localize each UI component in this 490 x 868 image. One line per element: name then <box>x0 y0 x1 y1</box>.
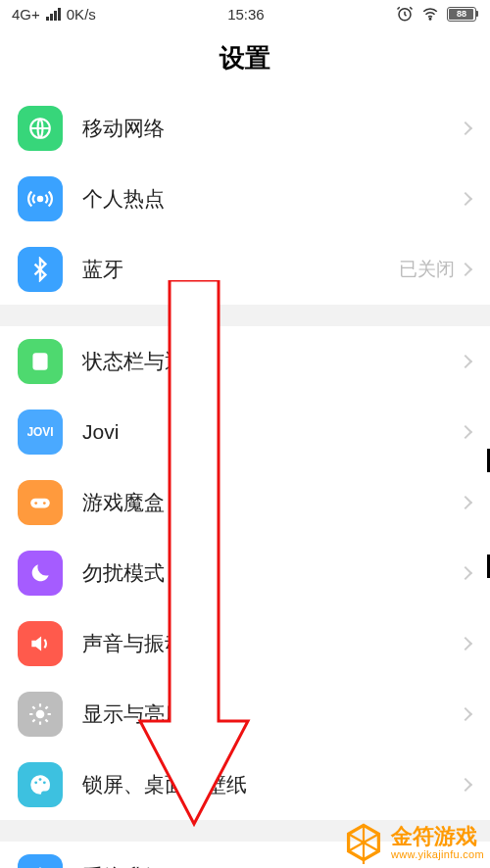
row-label: 个人热点 <box>82 185 461 213</box>
row-jovi[interactable]: JOVI Jovi <box>0 397 490 467</box>
chevron-right-icon <box>459 121 472 135</box>
chevron-right-icon <box>459 355 472 368</box>
brightness-icon <box>18 692 63 737</box>
jovi-icon: JOVI <box>18 410 63 455</box>
svg-point-9 <box>36 710 45 719</box>
row-do-not-disturb[interactable]: 勿扰模式 <box>0 538 490 608</box>
row-value: 已关闭 <box>399 257 455 282</box>
svg-point-7 <box>34 502 37 505</box>
chevron-right-icon <box>459 566 472 580</box>
row-game-box[interactable]: 游戏魔盒 <box>0 467 490 538</box>
row-display[interactable]: 显示与亮度 <box>0 679 490 749</box>
status-right: 88 <box>396 5 478 23</box>
gamepad-icon <box>18 480 63 525</box>
data-speed: 0K/s <box>67 6 96 23</box>
upgrade-icon <box>18 854 63 868</box>
chevron-right-icon <box>459 707 472 721</box>
row-statusbar-notifications[interactable]: 状态栏与通知 <box>0 326 490 397</box>
chevron-right-icon <box>459 192 472 206</box>
row-mobile-network[interactable]: 移动网络 <box>0 93 490 164</box>
status-time: 15:36 <box>227 6 265 23</box>
row-label: Jovi <box>82 420 461 444</box>
alarm-icon <box>396 5 414 23</box>
svg-point-3 <box>38 197 42 201</box>
row-sound[interactable]: 声音与振动 <box>0 608 490 679</box>
palette-icon <box>18 762 63 807</box>
row-label: 声音与振动 <box>82 630 461 657</box>
row-label: 勿扰模式 <box>82 559 461 587</box>
network-type: 4G+ <box>12 6 40 23</box>
svg-point-12 <box>43 781 46 784</box>
wifi-icon <box>421 5 439 23</box>
row-label: 游戏魔盒 <box>82 489 461 516</box>
svg-point-8 <box>43 502 46 505</box>
row-hotspot[interactable]: 个人热点 <box>0 164 490 234</box>
page-title: 设置 <box>0 27 490 93</box>
battery-icon: 88 <box>447 7 478 22</box>
bluetooth-icon <box>18 247 63 292</box>
chevron-right-icon <box>459 637 472 651</box>
svg-text:JOVI: JOVI <box>27 425 53 439</box>
status-left: 4G+ 0K/s <box>12 6 96 23</box>
row-lockscreen-wallpaper[interactable]: 锁屏、桌面与壁纸 <box>0 749 490 820</box>
svg-rect-6 <box>30 499 50 508</box>
watermark: 金符游戏 www.yikajinfu.com <box>342 821 484 864</box>
globe-icon <box>18 106 63 151</box>
row-label: 状态栏与通知 <box>82 348 461 375</box>
watermark-logo-icon <box>342 821 385 864</box>
svg-point-10 <box>34 781 37 784</box>
signal-bars-icon <box>46 8 61 21</box>
svg-point-11 <box>39 778 42 781</box>
hotspot-icon <box>18 176 63 221</box>
svg-point-1 <box>429 19 431 21</box>
row-label: 移动网络 <box>82 115 461 142</box>
row-bluetooth[interactable]: 蓝牙 已关闭 <box>0 234 490 305</box>
moon-icon <box>18 551 63 596</box>
notification-icon <box>18 339 63 384</box>
chevron-right-icon <box>459 425 472 439</box>
row-label: 蓝牙 <box>82 256 399 283</box>
chevron-right-icon <box>459 263 472 276</box>
chevron-right-icon <box>459 496 472 509</box>
row-label: 显示与亮度 <box>82 700 461 728</box>
speaker-icon <box>18 621 63 666</box>
watermark-url: www.yikajinfu.com <box>391 848 484 860</box>
row-label: 锁屏、桌面与壁纸 <box>82 771 461 798</box>
chevron-right-icon <box>459 778 472 792</box>
watermark-title: 金符游戏 <box>391 825 484 848</box>
status-bar: 4G+ 0K/s 15:36 88 <box>0 0 490 27</box>
svg-rect-4 <box>32 353 47 369</box>
